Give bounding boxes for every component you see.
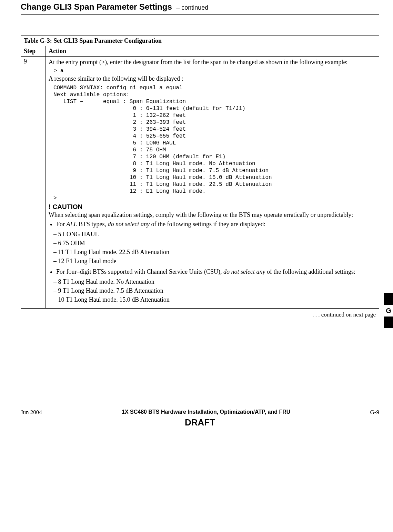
bullet-2: For four–digit BTSs supported with Chann… bbox=[56, 268, 376, 275]
footer-title: 1X SC480 BTS Hardware Installation, Opti… bbox=[42, 409, 370, 416]
response-intro: A response similar to the following will… bbox=[49, 75, 376, 82]
step-number: 9 bbox=[21, 57, 46, 309]
bullet-list-2: For four–digit BTSs supported with Chann… bbox=[56, 268, 376, 275]
footer-rule bbox=[21, 408, 379, 408]
intro-paragraph: At the entry prompt (>), enter the desig… bbox=[49, 59, 376, 66]
bullet2-post: of the following additional settings: bbox=[265, 268, 355, 275]
table-caption-text: Set GLI3 Span Parameter Configuration bbox=[52, 37, 162, 44]
procedure-table: Table G-3: Set GLI3 Span Parameter Confi… bbox=[21, 36, 379, 309]
bullet1-all: ALL bbox=[67, 221, 77, 228]
footer-row: Jun 2004 1X SC480 BTS Hardware Installat… bbox=[21, 409, 379, 416]
footer-page: G-9 bbox=[370, 409, 379, 416]
dash-b-2: 10 T1 Long Haul mode. 15.0 dB Attenuatio… bbox=[53, 296, 376, 303]
dash-list-a: 5 LONG HAUL 6 75 OHM 11 T1 Long Haul mod… bbox=[53, 231, 376, 265]
col-header-step: Step bbox=[21, 46, 46, 57]
continued-note: . . . continued on next page bbox=[21, 311, 376, 318]
side-tab-block-bottom bbox=[384, 317, 393, 328]
bullet-list: For ALL BTS types, do not select any of … bbox=[56, 221, 376, 228]
dash-a-1: 6 75 OHM bbox=[53, 240, 376, 247]
caution-text: When selecting span equalization setting… bbox=[49, 211, 376, 219]
bullet2-donot: do not select any bbox=[223, 268, 265, 275]
bullet1-mid: BTS types, bbox=[77, 221, 108, 228]
table-caption: Table G-3: Set GLI3 Span Parameter Confi… bbox=[21, 36, 379, 46]
prompt-symbol: > bbox=[54, 68, 60, 74]
prompt-line: > a bbox=[54, 68, 376, 74]
table-caption-prefix: Table G-3: bbox=[24, 37, 52, 44]
bullet1-post: of the following settings if they are di… bbox=[150, 221, 265, 228]
dash-b-0: 8 T1 Long Haul mode. No Attenuation bbox=[53, 278, 376, 285]
prompt-input: a bbox=[60, 68, 63, 74]
page-title-continued: – continued bbox=[176, 4, 208, 11]
dash-a-2: 11 T1 Long Haul mode. 22.5 dB Attenuatio… bbox=[53, 249, 376, 256]
draft-watermark: DRAFT bbox=[21, 417, 379, 428]
page-title: Change GLI3 Span Parameter Settings bbox=[21, 2, 172, 11]
bullet-1: For ALL BTS types, do not select any of … bbox=[56, 221, 376, 228]
side-tab-block-top bbox=[384, 293, 393, 305]
response-listing: COMMAND SYNTAX: config ni equal a equal … bbox=[53, 84, 376, 202]
footer-date: Jun 2004 bbox=[21, 409, 42, 416]
page-header: Change GLI3 Span Parameter Settings – co… bbox=[21, 0, 379, 15]
caution-heading: ! CAUTION bbox=[49, 203, 376, 211]
dash-a-0: 5 LONG HAUL bbox=[53, 231, 376, 238]
bullet1-pre: For bbox=[56, 221, 67, 228]
bullet2-pre: For four–digit BTSs supported with Chann… bbox=[56, 268, 223, 275]
side-tab-label: G bbox=[384, 305, 393, 317]
dash-list-b: 8 T1 Long Haul mode. No Attenuation 9 T1… bbox=[53, 278, 376, 303]
action-cell: At the entry prompt (>), enter the desig… bbox=[46, 57, 379, 309]
dash-a-3: 12 E1 Long Haul mode bbox=[53, 258, 376, 265]
col-header-action: Action bbox=[46, 46, 379, 57]
dash-b-1: 9 T1 Long Haul mode. 7.5 dB Attenuation bbox=[53, 287, 376, 294]
side-tab: G bbox=[384, 293, 393, 328]
bullet1-donot: do not select any bbox=[108, 221, 150, 228]
